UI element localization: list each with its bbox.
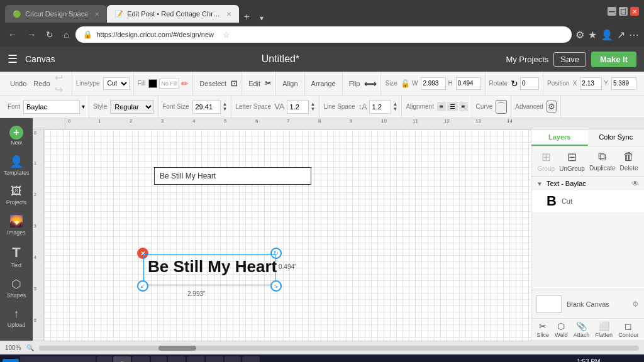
duplicate-button[interactable]: ⧉ Duplicate xyxy=(589,150,616,172)
share-icon[interactable]: ↗ xyxy=(617,29,625,41)
align-right-button[interactable]: ≡ xyxy=(459,102,468,111)
bookmark-icon[interactable]: ☆ xyxy=(223,30,230,40)
advanced-button[interactable]: ⚙ xyxy=(547,101,557,112)
tab-edit-post[interactable]: 📝 Edit Post • Red Cottage Chr… ✕ xyxy=(107,5,239,23)
color-swatch[interactable] xyxy=(148,79,157,88)
save-button[interactable]: Save xyxy=(553,52,586,67)
zoom-icon[interactable]: 🔍 xyxy=(26,344,34,351)
taskbar-edge[interactable]: 🌐 xyxy=(168,356,186,362)
redo-button[interactable]: Redo xyxy=(31,79,52,89)
arrange-button[interactable]: Arrange xyxy=(309,79,338,89)
favorites-icon[interactable]: ★ xyxy=(588,29,597,41)
taskbar-maps[interactable]: 🗺 xyxy=(225,356,241,362)
undo-button[interactable]: Undo xyxy=(8,79,29,89)
templates-icon: 👤 xyxy=(9,155,23,168)
ruler-num-12: 12 xyxy=(443,118,450,124)
cricut-tab-close[interactable]: ✕ xyxy=(94,11,99,18)
taskbar-file-explorer[interactable]: 📁 xyxy=(132,356,150,362)
font-input[interactable] xyxy=(23,100,80,114)
lock-icon[interactable]: 🔓 xyxy=(401,79,410,88)
extensions-icon[interactable]: ⚙ xyxy=(575,29,584,41)
task-view-button[interactable]: ⊞ xyxy=(97,356,112,362)
profile-icon[interactable]: 👤 xyxy=(601,29,613,41)
scrollbar-thumb[interactable] xyxy=(158,346,196,351)
back-button[interactable]: ← xyxy=(5,28,20,41)
scrollbar-horizontal[interactable] xyxy=(39,346,639,351)
edit-color-icon[interactable]: ✏ xyxy=(181,79,189,89)
weld-button[interactable]: ⬡ Weld xyxy=(555,321,567,338)
new-tab-button[interactable]: + xyxy=(239,11,255,23)
style-select[interactable]: Regular xyxy=(110,100,154,114)
group-button[interactable]: ⊞ Group xyxy=(538,150,555,172)
resize-bl-handle[interactable]: ↙ xyxy=(137,280,148,292)
width-input[interactable] xyxy=(421,77,446,90)
tab-layers[interactable]: Layers xyxy=(531,129,588,146)
address-bar[interactable]: 🔒 https://design.cricut.com/#/design/new… xyxy=(75,26,572,43)
linetype-select[interactable]: Cut xyxy=(103,77,130,90)
sidebar-item-images[interactable]: 🌄 Images xyxy=(0,211,33,239)
ungroup-button[interactable]: ⊟ UnGroup xyxy=(559,150,585,172)
sidebar-item-projects[interactable]: 🖼 Projects xyxy=(0,181,33,209)
flatten-button[interactable]: ⬜ Flatten xyxy=(596,321,613,338)
tab-color-sync[interactable]: Color Sync xyxy=(588,129,645,146)
line-space-input[interactable] xyxy=(369,100,391,114)
height-input[interactable] xyxy=(456,77,481,90)
taskbar-cricut[interactable]: 🟢 xyxy=(113,356,131,362)
sidebar-item-upload[interactable]: ↑ Upload xyxy=(0,304,33,332)
start-button[interactable]: ⊞ xyxy=(3,359,19,362)
edit-post-tab-close[interactable]: ✕ xyxy=(226,11,231,18)
deselect-button[interactable]: Deselect xyxy=(197,79,229,89)
no-fill-select[interactable]: No Fill xyxy=(159,79,179,89)
layer-visibility-icon[interactable]: 👁 xyxy=(631,179,639,188)
line-space-down[interactable]: ▼ xyxy=(393,107,398,112)
rotate-input[interactable] xyxy=(520,77,539,90)
sidebar-item-text[interactable]: T Text xyxy=(0,241,33,272)
align-center-button[interactable]: ☰ xyxy=(447,102,458,111)
y-input[interactable] xyxy=(611,77,636,90)
text-display[interactable]: Be Still My Heart xyxy=(144,255,275,279)
letter-space-input[interactable] xyxy=(287,100,309,114)
make-it-button[interactable]: Make It xyxy=(591,52,636,67)
text-input-box[interactable]: Be Still My Heart xyxy=(154,167,311,185)
font-size-input[interactable] xyxy=(192,100,221,114)
more-icon[interactable]: ⋯ xyxy=(629,29,639,41)
taskbar-app6[interactable]: 🎯 xyxy=(242,356,260,362)
flip-button[interactable]: Flip xyxy=(347,79,363,89)
home-button[interactable]: ⌂ xyxy=(60,28,72,41)
search-bar[interactable]: 🔍 Type here to search xyxy=(20,356,96,362)
hamburger-menu[interactable]: ☰ xyxy=(8,52,18,66)
attach-button[interactable]: 📎 Attach xyxy=(574,321,590,338)
taskbar: ⊞ 🔍 Type here to search ⊞ 🟢 📁 ⚙ 🌐 📧 🎵 🗺 … xyxy=(0,354,644,362)
canvas-container[interactable]: Be Still My Heart ✕ ↻ Be Still My Heart xyxy=(44,129,531,341)
close-button[interactable]: ✕ xyxy=(630,7,639,16)
minimize-button[interactable]: ─ xyxy=(608,7,616,16)
align-button[interactable]: Align xyxy=(280,79,300,89)
delete-button[interactable]: 🗑 Delete xyxy=(620,150,638,172)
taskbar-mail[interactable]: 📧 xyxy=(187,356,204,362)
font-dropdown-icon[interactable]: ▾ xyxy=(82,103,85,110)
taskbar-settings[interactable]: ⚙ xyxy=(151,356,167,362)
resize-br-handle[interactable]: ↘ xyxy=(270,280,282,292)
maximize-button[interactable]: □ xyxy=(619,7,628,16)
sidebar-item-shapes[interactable]: ⬡ Shapes xyxy=(0,273,33,302)
forward-button[interactable]: → xyxy=(24,28,39,41)
font-size-down[interactable]: ▼ xyxy=(223,107,228,112)
my-projects-button[interactable]: My Projects xyxy=(506,55,548,64)
tab-cricut[interactable]: 🟢 Cricut Design Space ✕ xyxy=(5,5,107,23)
layer-text-baylac[interactable]: ▼ Text - Baylac 👁 xyxy=(531,177,644,190)
curve-button[interactable]: ⌒ xyxy=(496,100,507,114)
tab-dropdown[interactable]: ▾ xyxy=(255,14,269,23)
canvas-settings-icon[interactable]: ⚙ xyxy=(632,300,639,309)
contour-button[interactable]: ◻ Contour xyxy=(618,321,638,338)
taskbar-music[interactable]: 🎵 xyxy=(206,356,223,362)
align-left-button[interactable]: ≡ xyxy=(437,102,446,111)
slice-button[interactable]: ✂ Slice xyxy=(537,321,550,338)
sidebar-item-templates[interactable]: 👤 Templates xyxy=(0,151,33,180)
x-input[interactable] xyxy=(580,77,602,90)
layer-subitem[interactable]: B Cut xyxy=(531,190,644,212)
edit-button[interactable]: Edit xyxy=(246,79,263,89)
sidebar-item-new[interactable]: + New xyxy=(0,122,33,150)
selection-group: ✕ ↻ Be Still My Heart ↙ ↘ 0.4 xyxy=(143,254,275,285)
refresh-button[interactable]: ↻ xyxy=(43,28,57,41)
letter-space-down[interactable]: ▼ xyxy=(311,107,316,112)
